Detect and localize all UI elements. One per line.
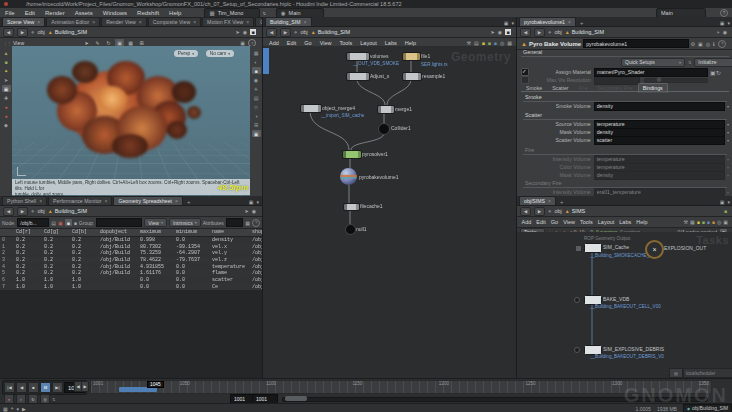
node-pyrosolver[interactable] [342,150,362,159]
column-header[interactable]: dopobject [98,229,138,235]
pin-icon[interactable]: ⌖ [11,405,14,412]
param-field[interactable]: density [594,171,725,180]
node-out-null[interactable] [345,224,356,235]
node-crumb[interactable]: ▲ Building_SIM [48,29,87,35]
color-swatch-icon[interactable]: ■ [505,29,511,35]
play-mode-icon[interactable]: ▶ [22,406,26,412]
display-option-icon[interactable]: ▦ [252,49,261,56]
spin-icon[interactable]: ⇅ [52,397,55,402]
ss-help-icon[interactable]: ? [252,219,260,227]
tool-icon[interactable]: ▲ [2,49,11,56]
spin-icon[interactable]: ⇅ [688,60,691,65]
task-input-chip[interactable] [575,245,582,252]
node-resample[interactable] [402,72,422,81]
node-adjust[interactable] [346,72,370,81]
context-crumb[interactable]: obj [300,29,307,35]
context-crumb[interactable]: obj [554,29,561,35]
menu-item[interactable]: Help [164,10,186,16]
column-header[interactable]: minimum [174,229,210,235]
group-input[interactable] [96,218,142,227]
tool-icon[interactable]: ◆ [2,121,11,128]
flag-yellow-icon[interactable]: ■ [697,219,700,225]
section-smoke[interactable]: Smoke [525,94,542,100]
pane-tab[interactable]: Python Shell [2,196,47,205]
node-crumb[interactable]: ▲ Building_SIM [48,208,87,214]
camera-selector[interactable]: No cam▾ [206,50,234,57]
op-path-icon[interactable]: ↻ [716,69,721,76]
select-mode-icon[interactable]: ➤ [490,29,494,35]
menu-item[interactable]: View [561,219,578,225]
timeline-ruler[interactable]: 10011050110011501200125013001350 1045 [90,380,712,394]
grid-snap-icon[interactable]: ▾ [17,406,20,412]
pane-tab[interactable]: pyrobakevolume1 [519,17,576,26]
pin-icon[interactable]: ⌖ [31,208,34,215]
nav-back-button[interactable]: ◀ [520,28,531,37]
help-icon[interactable]: ? [718,40,726,48]
pane-menu-icon[interactable]: ▣ [504,20,509,26]
intrinsics-dropdown[interactable]: Intrinsics▾ [169,218,201,227]
persp-selector[interactable]: Persp▾ [174,50,198,57]
display-option-icon[interactable]: ▣ [252,130,261,137]
desktop-spin-icon[interactable]: ⇅ [262,11,265,16]
node-volumes[interactable] [346,52,370,61]
tool-icon[interactable]: ■ [2,58,11,65]
column-header[interactable]: Cd[b] [70,229,98,235]
tops-icon[interactable]: ■ [724,208,727,214]
column-header[interactable]: Cd[g] [42,229,70,235]
max-vis-slider[interactable] [657,77,661,82]
table-row[interactable]: 50.20.20.2/obj/Build1.611760.0flame/obj/… [0,270,262,277]
pane-dropdown-icon[interactable]: ▾ [511,20,514,26]
step-forward-button[interactable]: ▶ [81,381,89,392]
pin-icon[interactable]: ⌖ [548,208,551,215]
node-filecache[interactable] [343,203,360,211]
play-reverse-button[interactable]: ◀ [16,382,27,393]
search-icon[interactable]: ◎ [717,219,721,225]
scheduler-chip[interactable]: localscheduler [683,368,732,378]
table-row[interactable]: 71.01.01.00.00.0Ce/obj/Build [0,284,262,291]
menu-item[interactable]: Edit [534,219,548,225]
context-crumb[interactable]: obj [37,29,44,35]
playhead-flag[interactable]: 1045 [147,381,164,388]
display-option-icon[interactable]: ◐ [252,58,261,65]
select-icon[interactable]: ▦ [3,406,8,412]
nav-back-button[interactable]: ◀ [520,207,531,216]
context-crumb[interactable]: obj [37,208,44,214]
param-field[interactable]: scatter [594,136,725,145]
nav-back-button[interactable]: ◀ [266,28,277,37]
gear-icon[interactable]: ⚙ [691,41,695,47]
snapshot-icon[interactable]: ◉ [498,29,502,35]
snapshot-icon[interactable]: ◉ [243,29,247,35]
pane-menu-icon[interactable]: ▣ [720,199,725,205]
node-file[interactable] [402,52,421,61]
pane-tab[interactable]: Scene View [2,17,45,26]
context-crumb[interactable]: obj [554,208,561,214]
node-sim-cache[interactable] [584,243,602,253]
menu-item[interactable]: Add [519,219,534,225]
node-explosion-out[interactable]: × [645,240,664,259]
pane-tab[interactable]: Render View [101,17,147,26]
scheduler-icon[interactable]: ▤ [669,368,683,378]
initialize-dropdown[interactable]: Initialize▾ [694,58,732,67]
nav-forward-button[interactable]: ▶ [17,207,28,216]
menu-item[interactable]: Edit [20,10,40,16]
assign-material-checkbox[interactable] [521,68,529,76]
menu-item[interactable]: Redshift [132,10,164,16]
column-header[interactable]: Cd[r] [14,229,42,235]
nav-back-button[interactable]: ◀ [3,207,14,216]
pin-icon[interactable]: ⌖ [717,29,720,36]
param-field[interactable]: density [594,102,725,111]
wrench-icon[interactable]: ⚒ [684,219,688,225]
menu-item[interactable]: File [0,10,20,16]
menu-item[interactable]: Go [548,219,560,225]
table-options-icon[interactable]: ▦ [245,220,250,226]
tool-icon[interactable]: ● [2,103,11,110]
quick-setups-dropdown[interactable]: Quick Setups▾ [621,58,685,67]
pane-link-icon[interactable]: ▣ [698,41,703,47]
display-option-icon[interactable]: ▤ [252,94,261,101]
range-slider[interactable] [282,397,708,402]
points-toggle-icon[interactable]: ■ [65,219,72,226]
nav-forward-button[interactable]: ▶ [534,28,545,37]
pane-tab[interactable]: Building_SIM [265,17,312,26]
snapshot-icon[interactable]: ◉ [252,208,256,214]
view-dropdown[interactable]: View▾ [144,218,167,227]
